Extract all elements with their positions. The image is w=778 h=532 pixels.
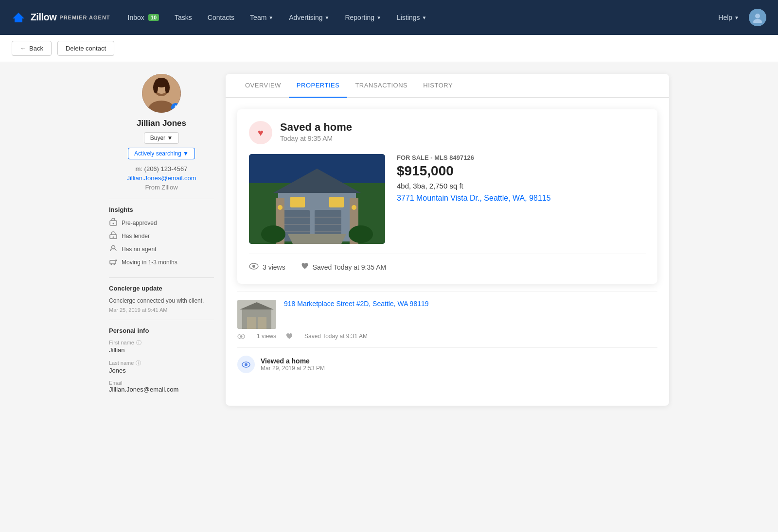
logo[interactable]: Zillow PREMIER AGENT [12,11,110,24]
zillow-logo-text: Zillow [12,11,56,24]
personal-info-section: Personal info First name ⓘ Jillian Last … [109,320,214,406]
content-area: OVERVIEW PROPERTIES TRANSACTIONS HISTORY… [226,74,669,406]
main-layout: f Jillian Jones Buyer ▼ Actively searchi… [97,62,681,417]
svg-rect-30 [290,197,305,207]
pre-approved-icon [109,218,118,227]
nav-help[interactable]: Help ▼ [712,10,745,25]
activity-time: Today at 9:35 AM [280,135,352,142]
first-name-field: First name ⓘ Jillian [109,339,214,354]
nav-listings[interactable]: Listings ▼ [391,10,432,25]
insight-moving: Moving in 1-3 months [109,257,214,267]
properties-content: ♥ Saved a home Today at 9:35 AM [226,98,669,385]
nav-tasks[interactable]: Tasks [169,10,198,25]
eye-icon [249,262,259,272]
status-chevron-icon: ▼ [183,150,189,157]
property-address[interactable]: 3771 Mountain Vista Dr., Seattle, WA, 98… [397,194,646,203]
concierge-description: Concierge connected you with client. [109,297,214,305]
svg-rect-31 [329,197,344,207]
tab-history[interactable]: HISTORY [415,74,460,98]
advertising-chevron-icon: ▼ [325,15,330,20]
viewed-title: Viewed a home [261,357,325,365]
activity-header: ♥ Saved a home Today at 9:35 AM [249,121,646,144]
viewed-time: Mar 29, 2019 at 2:53 PM [261,365,325,372]
svg-point-9 [165,82,170,93]
svg-point-37 [278,205,283,210]
personal-info-title: Personal info [109,327,214,334]
has-lender-icon [109,231,118,240]
property-stats: 3 views Saved Today at 9:35 AM [249,254,646,272]
contact-name: Jillian Jones [109,119,214,128]
property-price: $915,000 [397,163,646,179]
heart-icon: ♥ [258,127,264,138]
list-eye-icon [237,333,247,340]
back-button[interactable]: ← Back [12,41,52,56]
inbox-badge: 10 [148,14,159,21]
status-button[interactable]: Actively searching ▼ [128,148,195,159]
nav-reporting[interactable]: Reporting ▼ [339,10,387,25]
email-field: Email Jillian.Jones@email.com [109,380,214,393]
heart-saved-icon [301,262,309,272]
svg-rect-47 [258,317,266,329]
saved-stat: Saved Today at 9:35 AM [301,262,387,272]
contact-phone: m: (206) 123-4567 [109,165,214,172]
svg-rect-44 [242,309,271,329]
team-chevron-icon: ▼ [268,15,273,20]
no-agent-icon [109,244,118,254]
email-value: Jillian.Jones@email.com [109,386,214,393]
last-name-info-icon[interactable]: ⓘ [136,360,141,367]
property-list-address[interactable]: 918 Marketplace Street #2D, Seattle, WA … [284,300,429,308]
nav-contacts[interactable]: Contacts [202,10,240,25]
svg-marker-0 [13,13,24,22]
last-name-label: Last name ⓘ [109,360,214,367]
nav-advertising[interactable]: Advertising ▼ [283,10,335,25]
svg-rect-46 [247,317,256,329]
first-name-label: First name ⓘ [109,339,214,346]
svg-point-8 [153,82,158,93]
first-name-info-icon[interactable]: ⓘ [136,339,141,346]
insight-pre-approved: Pre-approved [109,218,214,227]
property-info: FOR SALE - MLS 8497126 $915,000 4bd, 3ba… [397,154,646,244]
nav-inbox[interactable]: Inbox 10 [122,10,165,25]
facebook-icon: f [171,103,180,112]
action-bar: ← Back Delete contact [0,35,778,62]
delete-contact-button[interactable]: Delete contact [57,41,114,56]
property-thumbnail [237,300,276,329]
role-button[interactable]: Buyer ▼ [144,132,179,144]
tab-overview[interactable]: OVERVIEW [237,74,289,98]
svg-point-13 [113,237,114,238]
svg-point-42 [252,265,255,268]
svg-point-49 [240,335,243,338]
views-stat: 3 views [249,262,285,272]
reporting-chevron-icon: ▼ [376,15,381,20]
tab-transactions[interactable]: TRANSACTIONS [347,74,415,98]
concierge-section: Concierge update Concierge connected you… [109,277,214,320]
insights-title: Insights [109,206,214,213]
tab-properties[interactable]: PROPERTIES [289,74,348,98]
svg-point-11 [113,223,114,224]
premier-agent-label: PREMIER AGENT [59,15,110,20]
role-chevron-icon: ▼ [167,135,173,141]
svg-point-2 [753,19,762,23]
saved-icon-wrap: ♥ [249,121,272,144]
contact-source: From Zillow [109,184,214,191]
user-avatar[interactable] [749,9,766,26]
first-name-value: Jillian [109,346,214,354]
svg-point-38 [352,205,356,210]
contact-email[interactable]: Jillian.Jones@email.com [109,174,214,182]
property-list-item: 918 Marketplace Street #2D, Seattle, WA … [237,292,657,347]
help-chevron-icon: ▼ [734,15,739,20]
property-detail: FOR SALE - MLS 8497126 $915,000 4bd, 3ba… [249,154,646,244]
sidebar: f Jillian Jones Buyer ▼ Actively searchi… [109,74,226,406]
last-name-value: Jones [109,367,214,374]
svg-point-1 [755,14,760,18]
list-heart-icon [286,333,295,340]
listings-chevron-icon: ▼ [422,15,427,20]
property-list-stats: 1 views Saved Today at 9:31 AM [237,333,657,340]
saved-home-card: ♥ Saved a home Today at 9:35 AM [237,109,657,284]
last-name-field: Last name ⓘ Jones [109,360,214,374]
svg-point-16 [111,264,112,265]
nav-team[interactable]: Team ▼ [244,10,279,25]
tab-bar: OVERVIEW PROPERTIES TRANSACTIONS HISTORY [226,74,669,98]
insight-has-lender: Has lender [109,231,214,240]
concierge-title: Concierge update [109,285,214,292]
